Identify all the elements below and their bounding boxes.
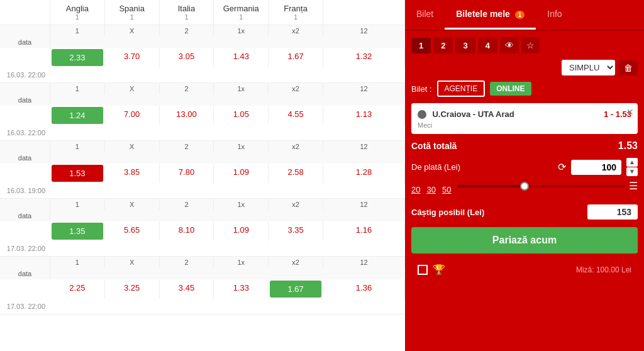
- odd-cell-2-5[interactable]: 1.28: [323, 164, 405, 183]
- online-btn[interactable]: ONLINE: [490, 82, 531, 96]
- column-headers: Anglia 1 Spania 1 Italia 1 Germania 1 Fr…: [0, 0, 405, 25]
- eye-icon-btn[interactable]: 👁: [500, 37, 519, 53]
- quick-20[interactable]: 20: [411, 185, 420, 194]
- slider-fill: [457, 185, 525, 187]
- col-spania: Spania 1: [105, 0, 160, 25]
- odd-cell-1-2[interactable]: 13.00: [160, 106, 214, 125]
- odds-labels-3: 1X21xx212data: [0, 199, 405, 221]
- odd-cell-2-2[interactable]: 7.80: [160, 164, 214, 183]
- match-card: U.Craiova - UTA Arad 1 - 1.53 Meci ✕: [411, 103, 638, 134]
- simplu-select[interactable]: SIMPLU SISTEM: [562, 60, 615, 75]
- tab-bilet[interactable]: Bilet: [405, 0, 445, 30]
- odd-cell-1-1[interactable]: 7.00: [105, 106, 160, 125]
- pariaza-btn[interactable]: Pariază acum: [411, 227, 638, 254]
- cota-label: Cotă totală: [411, 141, 457, 151]
- amount-stepper: ▲ ▼: [626, 158, 638, 176]
- sub-tab-1[interactable]: 1: [411, 38, 431, 53]
- odd-cell-3-5[interactable]: 1.16: [323, 221, 405, 241]
- amount-input[interactable]: [571, 160, 621, 175]
- quick-50[interactable]: 50: [442, 185, 451, 194]
- sub-tab-2[interactable]: 2: [433, 38, 453, 53]
- odds-labels-0: 1X21xx212data: [0, 25, 405, 48]
- odds-row-3: 1.355.658.101.093.351.1617.03. 22:00: [0, 221, 405, 256]
- castig-row: Câștig posibil (Lei) 153: [411, 204, 638, 220]
- bottom-left: 🏆: [418, 264, 445, 276]
- odd-cell-4-2[interactable]: 3.45: [160, 279, 214, 299]
- odds-labels-2: 1X21xx212data: [0, 141, 405, 164]
- col-empty: [0, 0, 50, 25]
- odds-row-1: 1.247.0013.001.054.551.1316.03. 22:00: [0, 106, 405, 140]
- odds-labels-1: 1X21xx212data: [0, 83, 405, 106]
- odd-cell-0-5[interactable]: 1.32: [323, 48, 405, 67]
- date-cell-4: 17.03. 22:00: [0, 299, 50, 314]
- agentie-btn[interactable]: AGENȚIE: [437, 81, 486, 97]
- quick-30[interactable]: 30: [426, 185, 435, 194]
- bottom-row: 🏆 Miză: 100.00 Lei: [411, 260, 638, 279]
- date-cell-2: 16.03. 19:00: [0, 183, 50, 198]
- slider-container: ☰: [457, 180, 638, 192]
- odd-cell-0-2[interactable]: 3.05: [160, 48, 214, 67]
- odd-cell-2-1[interactable]: 3.85: [105, 164, 160, 183]
- col-franta: Franța 1: [269, 0, 323, 25]
- de-plata-row: De plată (Lei) ⟳ ▲ ▼: [411, 158, 638, 176]
- odd-cell-4-1[interactable]: 3.25: [105, 279, 160, 299]
- odds-labels-4: 1X21xx212data: [0, 257, 405, 279]
- sub-tabs: 1 2 3 4 👁 ☆: [411, 37, 638, 53]
- odd-cell-4-3[interactable]: 1.33: [214, 279, 269, 299]
- col-germania: Germania 1: [214, 0, 269, 25]
- odd-cell-0-1[interactable]: 3.70: [105, 48, 160, 67]
- miza-label: Miză: 100.00 Lei: [576, 265, 631, 274]
- simplu-row: SIMPLU SISTEM 🗑: [411, 60, 638, 75]
- tabs-header: Bilet Biletele mele 1 Info: [405, 0, 644, 31]
- col-italia: Italia 1: [160, 0, 214, 25]
- stepper-up-btn[interactable]: ▲: [626, 158, 638, 167]
- odd-cell-4-4[interactable]: 1.67: [270, 281, 322, 298]
- sub-tab-3[interactable]: 3: [455, 38, 475, 53]
- odd-cell-0-3[interactable]: 1.43: [214, 48, 269, 67]
- odd-cell-3-1[interactable]: 5.65: [105, 221, 160, 241]
- match-block-2: 1X21xx212data1.533.857.801.092.581.2816.…: [0, 141, 405, 199]
- odd-cell-0-0[interactable]: 2.33: [52, 49, 104, 66]
- stepper-down-btn[interactable]: ▼: [626, 167, 638, 176]
- match-block-1: 1X21xx212data1.247.0013.001.054.551.1316…: [0, 83, 405, 141]
- odd-cell-3-3[interactable]: 1.09: [214, 221, 269, 241]
- trophy-icon: 🏆: [433, 264, 445, 276]
- slider-track[interactable]: [457, 185, 625, 187]
- odd-cell-2-4[interactable]: 2.58: [269, 164, 323, 183]
- bilet-label-row: Bilet : AGENȚIE ONLINE: [411, 81, 638, 97]
- odd-cell-3-2[interactable]: 8.10: [160, 221, 214, 241]
- sub-tab-4[interactable]: 4: [478, 38, 497, 53]
- odd-cell-1-0[interactable]: 1.24: [52, 107, 104, 124]
- odd-cell-1-5[interactable]: 1.13: [323, 106, 405, 125]
- odd-cell-4-5[interactable]: 1.36: [323, 279, 405, 299]
- odd-cell-3-0[interactable]: 1.35: [52, 223, 104, 240]
- odd-cell-3-4[interactable]: 3.35: [269, 221, 323, 241]
- slider-handle[interactable]: [520, 182, 529, 191]
- biletele-badge: 1: [515, 11, 525, 19]
- tab-biletele-mele[interactable]: Biletele mele 1: [445, 0, 536, 30]
- match-type: Meci: [418, 121, 631, 129]
- bilet-content: 1 2 3 4 👁 ☆ SIMPLU SISTEM 🗑 Bilet : AGEN…: [405, 31, 644, 351]
- checkbox-icon[interactable]: [418, 265, 428, 275]
- match-block-4: 1X21xx212data2.253.253.451.331.671.3617.…: [0, 257, 405, 315]
- odd-cell-1-3[interactable]: 1.05: [214, 106, 269, 125]
- star-icon-btn[interactable]: ☆: [521, 37, 540, 53]
- trash-btn[interactable]: 🗑: [619, 60, 638, 75]
- odd-cell-4-0[interactable]: 2.25: [50, 279, 105, 299]
- odd-cell-1-4[interactable]: 4.55: [269, 106, 323, 125]
- odds-row-2: 1.533.857.801.092.581.2816.03. 19:00: [0, 164, 405, 198]
- castig-label: Câștig posibil (Lei): [411, 208, 484, 217]
- quick-amounts: 20 30 50 ☰: [411, 180, 638, 199]
- refresh-btn[interactable]: ⟳: [558, 161, 566, 173]
- odd-cell-2-0[interactable]: 1.53: [52, 165, 104, 182]
- date-cell-1: 16.03. 22:00: [0, 125, 50, 140]
- odds-row-0: 2.333.703.051.431.671.3216.03. 22:00: [0, 48, 405, 82]
- match-name: U.Craiova - UTA Arad: [432, 109, 514, 119]
- tab-info[interactable]: Info: [536, 0, 573, 30]
- odd-cell-2-3[interactable]: 1.09: [214, 164, 269, 183]
- right-panel: Bilet Biletele mele 1 Info 1 2 3 4 👁 ☆ S…: [405, 0, 644, 351]
- odds-row-4: 2.253.253.451.331.671.3617.03. 22:00: [0, 279, 405, 314]
- odd-cell-0-4[interactable]: 1.67: [269, 48, 323, 67]
- close-match-btn[interactable]: ✕: [626, 107, 634, 117]
- date-cell-0: 16.03. 22:00: [0, 67, 50, 82]
